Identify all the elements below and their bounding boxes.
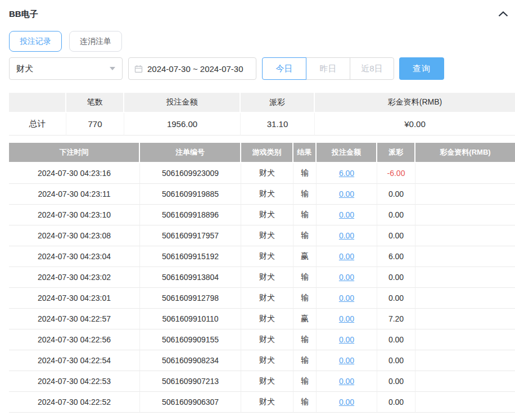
payout-cell: 0.00 — [377, 371, 415, 392]
bet-amount-link[interactable]: 0.00 — [339, 231, 354, 240]
bonus-cell — [415, 225, 515, 246]
summary-header-count: 笔数 — [66, 93, 124, 113]
panel-header: BB电子 — [0, 0, 515, 20]
bet-time-cell: 2024-07-30 04:22:53 — [9, 371, 140, 392]
bet-amount-cell: 0.00 — [317, 329, 377, 350]
bet-amount-cell: 0.00 — [317, 225, 377, 246]
bonus-cell — [415, 309, 515, 329]
result-cell: 输 — [293, 184, 317, 205]
table-row: 2024-07-30 04:23:105061609918896财犬输0.000… — [9, 205, 515, 225]
table-row: 2024-07-30 04:23:085061609917957财犬输0.000… — [9, 225, 515, 246]
game-type-cell: 财犬 — [241, 163, 293, 184]
bet-amount-link[interactable]: 0.00 — [339, 293, 354, 302]
bet-amount-link[interactable]: 0.00 — [339, 273, 354, 282]
payout-cell: 7.20 — [377, 309, 415, 329]
table-row: 2024-07-30 04:23:165061609923009财犬输6.00-… — [9, 163, 515, 184]
order-id-cell: 5061609910110 — [140, 309, 241, 329]
bonus-cell — [415, 184, 515, 205]
summary-header-bet-amount: 投注金额 — [124, 93, 241, 113]
quick-date-button-group: 今日 昨日 近8日 — [262, 57, 394, 80]
last-8-days-button[interactable]: 近8日 — [350, 57, 394, 80]
payout-cell: 6.00 — [377, 246, 415, 267]
order-id-cell: 5061609912798 — [140, 288, 241, 309]
bet-amount-cell: 0.00 — [317, 246, 377, 267]
order-id-cell: 5061609923009 — [140, 163, 241, 184]
bonus-cell — [415, 205, 515, 225]
bet-amount-link[interactable]: 6.00 — [339, 169, 354, 178]
order-id-cell: 5061609918896 — [140, 205, 241, 225]
payout-cell: 0.00 — [377, 225, 415, 246]
table-row: 2024-07-30 04:23:115061609919885财犬输0.000… — [9, 184, 515, 205]
bet-time-cell: 2024-07-30 04:22:56 — [9, 329, 140, 350]
order-id-cell: 5061609908234 — [140, 350, 241, 371]
result-cell: 输 — [293, 288, 317, 309]
game-type-cell: 财犬 — [241, 184, 293, 205]
payout-cell: 0.00 — [377, 205, 415, 225]
summary-total-count: 770 — [66, 113, 124, 136]
table-row: 2024-07-30 04:23:015061609912798财犬输0.000… — [9, 288, 515, 309]
bonus-cell — [415, 350, 515, 371]
bet-time-cell: 2024-07-30 04:22:54 — [9, 350, 140, 371]
result-cell: 输 — [293, 163, 317, 184]
date-range-picker[interactable]: 2024-07-30 ~ 2024-07-30 — [128, 57, 256, 80]
summary-total-row: 总计 770 1956.00 31.10 ¥0.00 — [9, 113, 515, 136]
order-id-cell: 5061609919885 — [140, 184, 241, 205]
tab-bet-records[interactable]: 投注记录 — [9, 31, 62, 52]
bet-time-cell: 2024-07-30 04:23:10 — [9, 205, 140, 225]
bet-amount-cell: 0.00 — [317, 350, 377, 371]
result-cell: 输 — [293, 350, 317, 371]
summary-total-label: 总计 — [9, 113, 66, 136]
today-button[interactable]: 今日 — [262, 57, 306, 80]
payout-cell: 0.00 — [377, 288, 415, 309]
game-type-cell: 财犬 — [241, 392, 293, 413]
header-order-id: 注单编号 — [140, 143, 241, 163]
header-game-type: 游戏类别 — [241, 143, 293, 163]
table-row: 2024-07-30 04:22:575061609910110财犬赢0.007… — [9, 309, 515, 329]
bonus-cell — [415, 246, 515, 267]
bet-amount-link[interactable]: 0.00 — [339, 356, 354, 365]
table-row: 2024-07-30 04:22:545061609908234财犬输0.000… — [9, 350, 515, 371]
bet-amount-link[interactable]: 0.00 — [339, 335, 354, 344]
tab-cancelled-orders[interactable]: 连消注单 — [69, 31, 122, 52]
bet-amount-cell: 0.00 — [317, 371, 377, 392]
bet-amount-link[interactable]: 0.00 — [339, 398, 354, 407]
game-type-cell: 财犬 — [241, 350, 293, 371]
summary-header-payout: 派彩 — [241, 93, 315, 113]
bet-amount-link[interactable]: 0.00 — [339, 210, 354, 219]
yesterday-button[interactable]: 昨日 — [306, 57, 350, 80]
bet-amount-cell: 0.00 — [317, 392, 377, 413]
bet-amount-link[interactable]: 0.00 — [339, 189, 354, 198]
chevron-up-icon[interactable] — [498, 11, 508, 17]
bet-amount-link[interactable]: 0.00 — [339, 252, 354, 261]
table-row: 2024-07-30 04:23:025061609913804财犬输0.000… — [9, 267, 515, 288]
bet-amount-cell: 0.00 — [317, 309, 377, 329]
summary-table: 笔数 投注金额 派彩 彩金资料(RMB) 总计 770 1956.00 31.1… — [9, 93, 515, 136]
order-id-cell: 5061609909155 — [140, 329, 241, 350]
chevron-down-icon — [110, 67, 115, 70]
bet-amount-cell: 0.00 — [317, 205, 377, 225]
bet-amount-link[interactable]: 0.00 — [339, 377, 354, 386]
payout-cell: 0.00 — [377, 184, 415, 205]
payout-cell: 0.00 — [377, 392, 415, 413]
bonus-cell — [415, 329, 515, 350]
bet-time-cell: 2024-07-30 04:23:04 — [9, 246, 140, 267]
result-cell: 输 — [293, 329, 317, 350]
bet-records-table: 下注时间 注单编号 游戏类别 结果 投注金额 派彩 彩金资料(RMB) 2024… — [9, 143, 515, 413]
bonus-cell — [415, 371, 515, 392]
game-type-cell: 财犬 — [241, 225, 293, 246]
bonus-cell — [415, 392, 515, 413]
tab-bar: 投注记录 连消注单 — [9, 31, 515, 52]
bet-amount-link[interactable]: 0.00 — [339, 314, 354, 323]
header-result: 结果 — [293, 143, 317, 163]
game-select[interactable]: 财犬 — [9, 57, 123, 80]
game-type-cell: 财犬 — [241, 246, 293, 267]
result-cell: 输 — [293, 371, 317, 392]
game-type-cell: 财犬 — [241, 288, 293, 309]
summary-header-empty — [9, 93, 66, 113]
query-button[interactable]: 查询 — [399, 57, 444, 80]
bet-time-cell: 2024-07-30 04:23:01 — [9, 288, 140, 309]
summary-header-row: 笔数 投注金额 派彩 彩金资料(RMB) — [9, 93, 515, 113]
bet-time-cell: 2024-07-30 04:23:16 — [9, 163, 140, 184]
bet-amount-cell: 0.00 — [317, 288, 377, 309]
result-cell: 输 — [293, 392, 317, 413]
